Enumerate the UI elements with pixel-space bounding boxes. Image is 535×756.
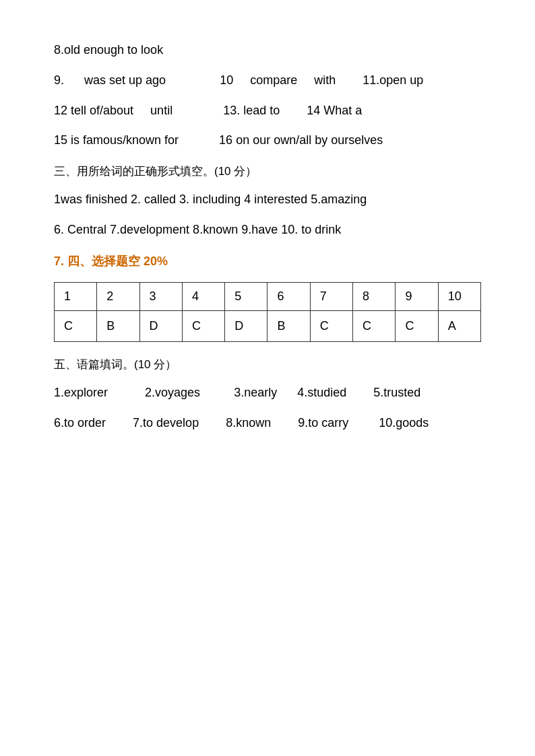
part2-compare: compare <box>250 73 297 87</box>
part5-answer-10: 10.goods <box>379 416 429 429</box>
table-answers-row: C B D C D B C C C A <box>55 310 481 341</box>
table-answer-6: B <box>268 310 310 341</box>
part4-table: 1 2 3 4 5 6 7 8 9 10 C B D C D B C C C A <box>54 282 481 342</box>
part2-section: 8.old enough to look 9. was set up ago 1… <box>54 40 481 150</box>
part2-answer-9: was set up ago <box>84 73 166 87</box>
part3-section: 三、用所给词的正确形式填空。(10 分） 1was finished 2. ca… <box>54 162 481 240</box>
part5-answer-7: 7.to develop <box>133 416 199 429</box>
part5-answer-6: 6.to order <box>54 416 106 429</box>
part5-title: 五、语篇填词。(10 分） <box>54 355 481 374</box>
part3-title: 三、用所给词的正确形式填空。(10 分） <box>54 162 481 180</box>
part2-line1: 8.old enough to look <box>54 40 481 60</box>
table-header-1: 1 <box>55 282 97 310</box>
part3-answers-2: 6. Central 7.development 8.known 9.have … <box>54 223 341 236</box>
table-answer-5: D <box>225 310 268 341</box>
part5-answer-5: 5.trusted <box>373 386 420 399</box>
table-header-5: 5 <box>225 282 268 310</box>
table-header-row: 1 2 3 4 5 6 7 8 9 10 <box>55 282 481 310</box>
part2-answer-12: 12 tell of/about <box>54 104 133 117</box>
table-answer-8: C <box>353 310 396 341</box>
part2-with: with <box>314 73 336 87</box>
part3-line2: 6. Central 7.development 8.known 9.have … <box>54 220 481 240</box>
part5-answer-9: 9.to carry <box>298 416 348 429</box>
table-header-6: 6 <box>268 282 310 310</box>
part5-answer-2: 2.voyages <box>145 386 200 399</box>
part2-num11: 11.open up <box>363 73 423 87</box>
part5-section: 五、语篇填词。(10 分） 1.explorer 2.voyages 3.nea… <box>54 355 481 433</box>
part2-line3: 12 tell of/about until 13. lead to 14 Wh… <box>54 101 481 121</box>
table-header-10: 10 <box>438 282 480 310</box>
table-header-9: 9 <box>396 282 438 310</box>
table-header-7: 7 <box>310 282 352 310</box>
part5-answer-1: 1.explorer <box>54 386 108 399</box>
table-answer-7: C <box>310 310 352 341</box>
table-header-8: 8 <box>353 282 396 310</box>
table-answer-9: C <box>396 310 438 341</box>
part2-num10: 10 <box>220 73 233 87</box>
table-answer-10: A <box>438 310 480 341</box>
table-answer-2: B <box>97 310 139 341</box>
part3-answers-1: 1was finished 2. called 3. including 4 i… <box>54 193 367 206</box>
part4-title: 7. 四、选择题空 20% <box>54 252 481 271</box>
part2-until: until <box>150 104 172 117</box>
table-header-4: 4 <box>182 282 224 310</box>
part2-answer-13: 13. lead to <box>223 104 280 117</box>
part2-answer-16: 16 on our own/all by ourselves <box>219 133 383 147</box>
part5-line1: 1.explorer 2.voyages 3.nearly 4.studied … <box>54 383 481 403</box>
part2-num9: 9. <box>54 73 64 87</box>
part2-line4: 15 is famous/known for 16 on our own/all… <box>54 131 481 150</box>
part2-answer-8: 8.old enough to look <box>54 43 163 57</box>
part5-answer-8: 8.known <box>226 416 271 429</box>
part2-answer-14: 14 What a <box>307 104 362 117</box>
table-answer-1: C <box>55 310 97 341</box>
part3-line1: 1was finished 2. called 3. including 4 i… <box>54 190 481 209</box>
table-header-2: 2 <box>97 282 139 310</box>
part5-line2: 6.to order 7.to develop 8.known 9.to car… <box>54 413 481 433</box>
table-header-3: 3 <box>139 282 182 310</box>
table-answer-4: C <box>182 310 224 341</box>
part2-answer-15: 15 is famous/known for <box>54 133 179 147</box>
part5-answer-4: 4.studied <box>297 386 346 399</box>
table-answer-3: D <box>139 310 182 341</box>
part2-line2: 9. was set up ago 10 compare with 11.ope… <box>54 71 481 90</box>
part5-answer-3: 3.nearly <box>234 386 277 399</box>
part4-title-text: 7. 四、选择题空 20% <box>54 254 168 268</box>
part4-section: 7. 四、选择题空 20% 1 2 3 4 5 6 7 8 9 10 C B D… <box>54 252 481 342</box>
